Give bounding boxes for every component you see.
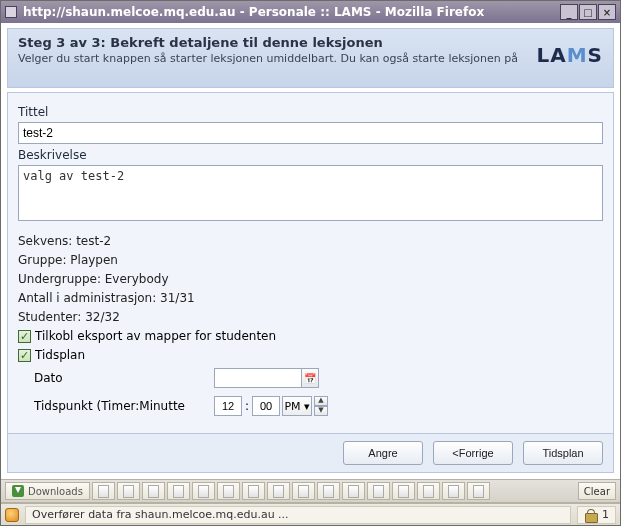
time-down-button[interactable]: ▼ [314,406,328,416]
doc-tab[interactable] [117,482,140,500]
description-label: Beskrivelse [18,148,603,162]
hour-input[interactable] [214,396,242,416]
wizard-header: Steg 3 av 3: Bekreft detaljene til denne… [7,28,614,88]
maximize-button[interactable]: □ [579,4,597,20]
document-icon [448,485,459,498]
document-icon [123,485,134,498]
doc-tab[interactable] [242,482,265,500]
document-icon [298,485,309,498]
step-title: Steg 3 av 3: Bekreft detaljene til denne… [18,35,603,50]
title-input[interactable] [18,122,603,144]
minimize-button[interactable]: _ [560,4,578,20]
admin-count-row: Antall i administrasjon: 31/31 [18,291,603,305]
app-icon [5,6,17,18]
status-icon [5,508,19,522]
tab-strip: Downloads Clear [1,479,620,503]
step-subtitle: Velger du start knappen så starter leksj… [18,52,603,65]
calendar-icon[interactable]: 📅 [301,368,319,388]
date-label: Dato [34,371,214,385]
sequence-row: Sekvens: test-2 [18,234,603,248]
status-bar: Overfører data fra shaun.melcoe.mq.edu.a… [1,503,620,525]
subgroup-row: Undergruppe: Everybody [18,272,603,286]
doc-tab[interactable] [167,482,190,500]
doc-tab[interactable] [342,482,365,500]
ampm-select[interactable]: PM ▾ [282,396,312,416]
document-icon [248,485,259,498]
document-icon [373,485,384,498]
document-icon [223,485,234,498]
download-icon [12,485,24,497]
doc-tab[interactable] [292,482,315,500]
document-icon [273,485,284,498]
document-icon [473,485,484,498]
document-icon [348,485,359,498]
students-row: Studenter: 32/32 [18,310,603,324]
clear-tab[interactable]: Clear [578,482,616,500]
document-icon [173,485,184,498]
doc-tab[interactable] [467,482,490,500]
time-up-button[interactable]: ▲ [314,396,328,406]
minute-input[interactable] [252,396,280,416]
schedule-button[interactable]: Tidsplan [523,441,603,465]
date-input[interactable] [214,368,302,388]
group-row: Gruppe: Playpen [18,253,603,267]
export-checkbox-label: Tilkobl eksport av mapper for studenten [35,329,276,343]
titlebar: http://shaun.melcoe.mq.edu.au - Personal… [1,1,620,23]
previous-button[interactable]: <Forrige [433,441,513,465]
document-icon [323,485,334,498]
document-icon [398,485,409,498]
window-title: http://shaun.melcoe.mq.edu.au - Personal… [23,5,560,19]
doc-tab[interactable] [217,482,240,500]
status-count: 1 [577,506,616,524]
document-icon [148,485,159,498]
doc-tab[interactable] [392,482,415,500]
lams-logo: LAMS [536,43,603,67]
close-button[interactable]: × [598,4,616,20]
doc-tab[interactable] [317,482,340,500]
schedule-checkbox-label: Tidsplan [35,348,85,362]
doc-tab[interactable] [367,482,390,500]
doc-tab[interactable] [267,482,290,500]
document-icon [98,485,109,498]
doc-tab[interactable] [192,482,215,500]
doc-tab[interactable] [92,482,115,500]
lock-icon [584,508,598,522]
doc-tab[interactable] [442,482,465,500]
form-panel: Tittel Beskrivelse Sekvens: test-2 Grupp… [7,92,614,434]
doc-tab[interactable] [417,482,440,500]
export-checkbox[interactable]: ✓ [18,330,31,343]
undo-button[interactable]: Angre [343,441,423,465]
schedule-checkbox[interactable]: ✓ [18,349,31,362]
status-text: Overfører data fra shaun.melcoe.mq.edu.a… [25,506,571,524]
document-icon [423,485,434,498]
document-icon [198,485,209,498]
button-bar: Angre <Forrige Tidsplan [7,434,614,473]
title-label: Tittel [18,105,603,119]
doc-tab[interactable] [142,482,165,500]
downloads-tab[interactable]: Downloads [5,482,90,500]
time-label: Tidspunkt (Timer:Minutte [34,399,214,413]
description-input[interactable] [18,165,603,221]
